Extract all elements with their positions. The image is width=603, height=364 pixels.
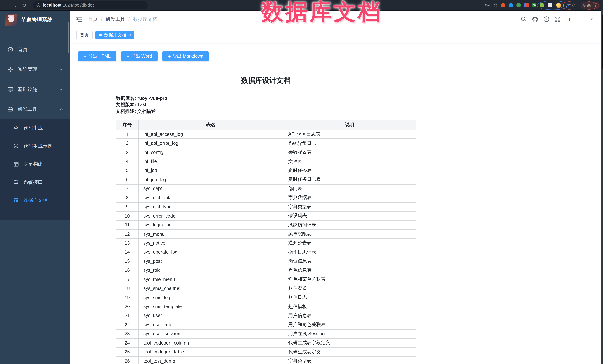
sidebar-item-label: 代码生成	[23, 125, 43, 132]
page-scrollbar-thumb[interactable]	[601, 15, 603, 69]
browser-update-chip[interactable]: 更新 ⋮	[581, 2, 600, 9]
table-name-link[interactable]: tool_codegen_table	[139, 347, 283, 357]
user-avatar[interactable]	[577, 15, 584, 23]
sidebar-item-codegen[interactable]: </> 代码生成	[0, 119, 70, 137]
search-icon[interactable]	[521, 16, 526, 22]
extension-on-icon[interactable]: on	[532, 3, 536, 7]
table-name-link[interactable]: inf_file	[139, 157, 283, 166]
table-row: 7 sys_dept 部门表	[116, 184, 416, 193]
sidebar-item-label: 系统管理	[18, 66, 59, 73]
table-name-link[interactable]: sys_post	[139, 257, 283, 266]
extension-icon[interactable]	[501, 3, 505, 7]
table-name-link[interactable]: sys_role_menu	[139, 275, 283, 284]
tag-active-dot	[99, 34, 102, 36]
sidebar-item-system-api[interactable]: 系统接口	[0, 173, 70, 191]
tables-index-table: 序号 表名 说明 1 inf_api_access_log API 访问日志表 …	[116, 120, 416, 364]
bookmark-star-icon[interactable]: ☆	[493, 0, 498, 11]
page-scrollbar[interactable]	[601, 11, 603, 364]
profile-chip[interactable]: 已暂停	[556, 2, 577, 8]
extension-leaf-icon[interactable]	[540, 3, 544, 7]
table-name-link[interactable]: sys_user_role	[139, 320, 283, 329]
button-label: 导出 Word	[131, 53, 152, 59]
table-name-link[interactable]: sys_dept	[139, 184, 283, 193]
github-icon[interactable]	[532, 16, 538, 22]
sidebar-item-devtools[interactable]: 研发工具	[0, 99, 70, 119]
extension-check-icon[interactable]: ✓	[516, 3, 521, 7]
table-name-link[interactable]: inf_job_log	[139, 175, 283, 184]
table-name-link[interactable]: sys_operate_log	[139, 248, 283, 257]
form-grid-icon	[13, 162, 19, 167]
table-name-link[interactable]: sys_sms_channel	[139, 284, 283, 293]
fullscreen-icon[interactable]	[555, 16, 560, 22]
back-icon[interactable]: ←	[0, 0, 10, 11]
sidebar-item-infra[interactable]: 基础设施	[0, 79, 70, 99]
tag-close-icon[interactable]: ×	[128, 33, 131, 37]
sidebar-item-form-builder[interactable]: 表单构建	[0, 155, 70, 173]
app-header: 首页 / 研发工具 / 数据库文档 ? TT ▼	[70, 11, 603, 27]
browser-menu-icon[interactable]: ⋮	[593, 3, 598, 7]
browser-toolbar: ← → ↻ ⌂ ⓘ localhost:1024/tool/db-doc ☆ ✓…	[0, 0, 603, 11]
export-markdown-button[interactable]: + 导出 Markdown	[162, 51, 209, 61]
table-name-link[interactable]: sys_login_log	[139, 221, 283, 230]
table-name-link[interactable]: sys_user_session	[139, 329, 283, 338]
row-index: 12	[116, 230, 139, 239]
table-name-link[interactable]: inf_api_access_log	[139, 130, 283, 139]
table-name-link[interactable]: sys_menu	[139, 230, 283, 239]
reload-icon[interactable]: ↻	[19, 0, 29, 11]
col-header-desc: 说明	[283, 120, 416, 130]
export-word-button[interactable]: + 导出 Word	[121, 51, 158, 61]
table-name-link[interactable]: sys_sms_template	[139, 302, 283, 311]
table-name-link[interactable]: sys_role	[139, 266, 283, 275]
table-name-link[interactable]: sys_error_code	[139, 211, 283, 221]
breadcrumb-devtools[interactable]: 研发工具	[106, 16, 125, 22]
table-name-link[interactable]: sys_sms_log	[139, 293, 283, 302]
user-menu-caret-icon[interactable]: ▼	[590, 17, 593, 21]
password-key-icon[interactable]	[485, 3, 490, 8]
url-path: :1024/tool/db-doc	[61, 3, 94, 7]
breadcrumb-current: 数据库文档	[133, 16, 157, 22]
sidebar-scrollbar[interactable]	[68, 22, 70, 54]
table-name-link[interactable]: inf_config	[139, 148, 283, 157]
table-name-link[interactable]: sys_dict_data	[139, 193, 283, 202]
doc-info-line: 文档版本: 1.0.0	[116, 102, 416, 108]
sidebar-item-label: 代码生成示例	[23, 143, 52, 150]
table-name-link[interactable]: sys_user	[139, 311, 283, 320]
app-logo	[5, 14, 17, 26]
export-html-button[interactable]: + 导出 HTML	[78, 51, 116, 61]
forward-icon[interactable]: →	[10, 0, 19, 11]
extensions-puzzle-icon[interactable]	[548, 3, 552, 7]
table-name-link[interactable]: tool_codegen_column	[139, 338, 283, 347]
plus-icon: +	[84, 53, 86, 59]
site-info-icon[interactable]: ⓘ	[36, 2, 40, 8]
help-icon[interactable]: ?	[544, 16, 549, 22]
table-row: 14 sys_operate_log 操作日志记录	[116, 248, 416, 257]
table-name-link[interactable]: inf_api_error_log	[139, 139, 283, 148]
extension-icon[interactable]	[524, 3, 529, 7]
table-name-link[interactable]: tool_test_demo	[139, 357, 283, 364]
row-index: 21	[116, 311, 139, 320]
row-index: 26	[116, 357, 139, 364]
table-name-link[interactable]: sys_notice	[139, 239, 283, 248]
app-logo-row[interactable]: 芋道管理系统	[0, 11, 70, 29]
collapse-menu-icon[interactable]	[76, 17, 82, 22]
table-row: 20 sys_sms_template 短信模板	[116, 302, 416, 311]
font-size-icon[interactable]: TT	[566, 16, 571, 22]
chevron-down-icon	[59, 88, 63, 91]
table-description: 文件表	[283, 157, 416, 166]
sidebar-item-db-doc[interactable]: 数据库文档	[0, 191, 70, 209]
table-row: 22 sys_user_role 用户和角色关联表	[116, 320, 416, 329]
tag-home[interactable]: 首页	[76, 31, 93, 39]
tag-db-doc[interactable]: 数据库文档 ×	[95, 31, 135, 39]
update-label: 更新	[583, 2, 591, 8]
sidebar-item-codegen-demo[interactable]: 代码生成示例	[0, 137, 70, 155]
table-row: 25 tool_codegen_table 代码生成表定义	[116, 347, 416, 357]
breadcrumb-home[interactable]: 首页	[88, 16, 98, 22]
sidebar-item-system[interactable]: 系统管理	[0, 60, 70, 79]
extension-icon[interactable]	[509, 3, 513, 7]
address-bar[interactable]: ⓘ localhost:1024/tool/db-doc	[33, 1, 148, 9]
sidebar-item-home[interactable]: 首页	[0, 40, 70, 60]
row-index: 9	[116, 202, 139, 211]
table-name-link[interactable]: sys_dict_type	[139, 202, 283, 211]
row-index: 2	[116, 139, 139, 148]
table-name-link[interactable]: inf_job	[139, 166, 283, 175]
